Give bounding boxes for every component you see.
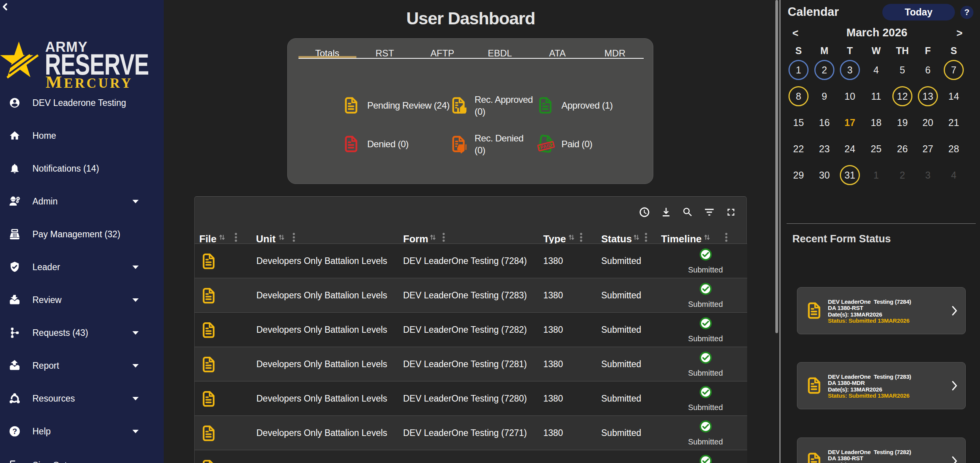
svg-text:?: ?: [12, 427, 17, 436]
